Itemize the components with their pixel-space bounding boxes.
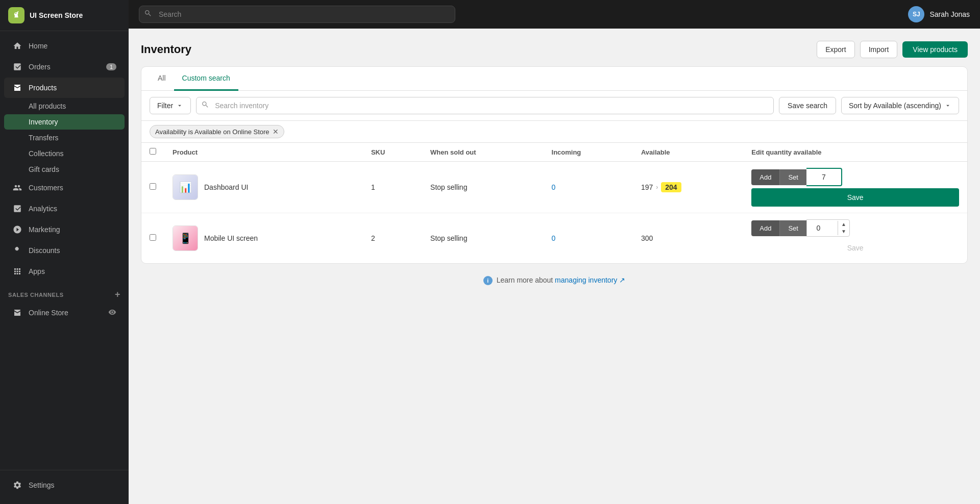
sidebar-footer: Settings [0, 470, 129, 504]
row2-checkbox[interactable] [150, 234, 156, 241]
product-name-2: Mobile UI screen [204, 234, 258, 242]
sidebar-item-products-label: Products [29, 84, 57, 92]
eye-icon [108, 308, 116, 318]
available-update-1: 197 › 204 [641, 182, 735, 192]
tab-all[interactable]: All [150, 67, 174, 91]
qty-spin-input-2: ▲ ▼ [806, 219, 850, 237]
sidebar-item-online-store[interactable]: Online Store [4, 303, 125, 323]
sidebar-item-analytics[interactable]: Analytics [4, 198, 125, 219]
col-incoming: Incoming [544, 143, 633, 162]
search-inventory-input[interactable] [196, 97, 774, 114]
sidebar-item-collections[interactable]: Collections [4, 146, 125, 161]
product-thumb-2: 📱 [173, 225, 198, 251]
sidebar-item-all-products[interactable]: All products [4, 98, 125, 114]
product-thumb-1: 📊 [173, 174, 198, 200]
tab-custom-search[interactable]: Custom search [174, 67, 238, 91]
sidebar-item-discounts[interactable]: Discounts [4, 240, 125, 261]
online-store-icon [12, 308, 22, 318]
import-button[interactable]: Import [860, 41, 898, 58]
analytics-icon [12, 204, 22, 214]
search-bar [139, 6, 455, 23]
search-icon [144, 9, 152, 19]
sort-button[interactable]: Sort by Available (ascending) [841, 97, 959, 114]
save-button-1[interactable]: Save [751, 188, 959, 207]
sidebar-item-home[interactable]: Home [4, 36, 125, 56]
products-icon [12, 83, 22, 93]
sales-channels-label: SALES CHANNELS [8, 292, 64, 298]
sku-2: 2 [363, 213, 422, 264]
topbar: SJ Sarah Jonas [129, 0, 980, 29]
add-sales-channel-button[interactable]: + [115, 289, 120, 300]
col-when-sold-out: When sold out [422, 143, 543, 162]
set-button-1[interactable]: Set [779, 169, 806, 185]
sidebar-item-marketing[interactable]: Marketing [4, 219, 125, 240]
page-header: Inventory Export Import View products [141, 41, 968, 58]
filter-tag-remove[interactable]: ✕ [273, 128, 279, 136]
customers-icon [12, 183, 22, 193]
user-area: SJ Sarah Jonas [908, 6, 970, 22]
filter-button[interactable]: Filter [150, 97, 191, 114]
sidebar-item-gift-cards[interactable]: Gift cards [4, 162, 125, 177]
add-button-2[interactable]: Add [751, 220, 779, 236]
available-new-1: 204 [661, 182, 681, 192]
select-all-checkbox[interactable] [150, 148, 156, 155]
save-search-button[interactable]: Save search [779, 97, 836, 114]
sidebar-item-settings[interactable]: Settings [4, 475, 125, 495]
marketing-icon [12, 224, 22, 235]
sidebar-item-settings-label: Settings [29, 481, 55, 489]
incoming-1: 0 [552, 183, 556, 191]
sidebar-header: UI Screen Store [0, 0, 129, 31]
row1-checkbox[interactable] [150, 183, 156, 190]
filter-label: Filter [157, 102, 173, 110]
sidebar-item-customers[interactable]: Customers [4, 178, 125, 198]
sidebar: UI Screen Store Home Orders 1 Products [0, 0, 129, 504]
tabs: All Custom search [141, 67, 967, 91]
discounts-icon [12, 245, 22, 256]
view-products-button[interactable]: View products [902, 41, 968, 58]
sidebar-item-inventory[interactable]: Inventory [4, 114, 125, 130]
sidebar-item-home-label: Home [29, 42, 47, 50]
product-cell-1: 📊 Dashboard UI [173, 174, 355, 200]
col-available: Available [633, 143, 743, 162]
save-disabled-2: Save [751, 239, 959, 257]
qty-input-1[interactable] [806, 168, 842, 186]
sidebar-item-orders[interactable]: Orders 1 [4, 57, 125, 77]
arrow-icon: › [656, 184, 658, 191]
export-button[interactable]: Export [817, 41, 854, 58]
table-row: 📱 Mobile UI screen 2 Stop selling 0 300 … [141, 213, 967, 264]
settings-icon [12, 480, 22, 490]
spin-up-button[interactable]: ▲ [838, 221, 849, 228]
apps-icon [12, 266, 22, 276]
qty-controls-1: Add Set [751, 168, 959, 186]
page-title: Inventory [141, 43, 191, 56]
when-sold-out-2: Stop selling [422, 213, 543, 264]
store-name-label: UI Screen Store [30, 11, 83, 19]
set-button-2[interactable]: Set [779, 220, 806, 236]
search-input[interactable] [139, 6, 455, 23]
info-icon: i [483, 276, 493, 285]
thumb-dashboard-icon: 📊 [173, 175, 198, 199]
sidebar-item-transfers[interactable]: Transfers [4, 130, 125, 145]
add-button-1[interactable]: Add [751, 169, 779, 185]
search-inventory [196, 97, 774, 114]
product-cell-2: 📱 Mobile UI screen [173, 225, 355, 251]
col-edit-qty: Edit quantity available [743, 143, 967, 162]
sidebar-item-products[interactable]: Products [4, 78, 125, 98]
products-sub-nav: All products Inventory Transfers Collect… [0, 98, 129, 177]
spin-down-button[interactable]: ▼ [838, 228, 849, 235]
thumb-mobile-icon: 📱 [173, 226, 198, 250]
user-name: Sarah Jonas [929, 10, 970, 18]
managing-inventory-link[interactable]: managing inventory ↗ [555, 276, 625, 284]
edit-qty-cell-2: Add Set ▲ ▼ Save [743, 213, 967, 264]
sidebar-item-apps[interactable]: Apps [4, 261, 125, 282]
sku-1: 1 [363, 162, 422, 213]
sidebar-nav: Home Orders 1 Products All products Inve… [0, 31, 129, 470]
qty-input-2[interactable] [807, 220, 838, 236]
sidebar-item-analytics-label: Analytics [29, 205, 57, 213]
sidebar-item-discounts-label: Discounts [29, 246, 60, 255]
spin-buttons: ▲ ▼ [838, 221, 849, 235]
available-old-1: 197 [641, 183, 653, 191]
sidebar-item-apps-label: Apps [29, 267, 45, 275]
qty-controls-2: Add Set ▲ ▼ [751, 219, 959, 237]
inventory-card: All Custom search Filter Save search Sor… [141, 66, 968, 264]
